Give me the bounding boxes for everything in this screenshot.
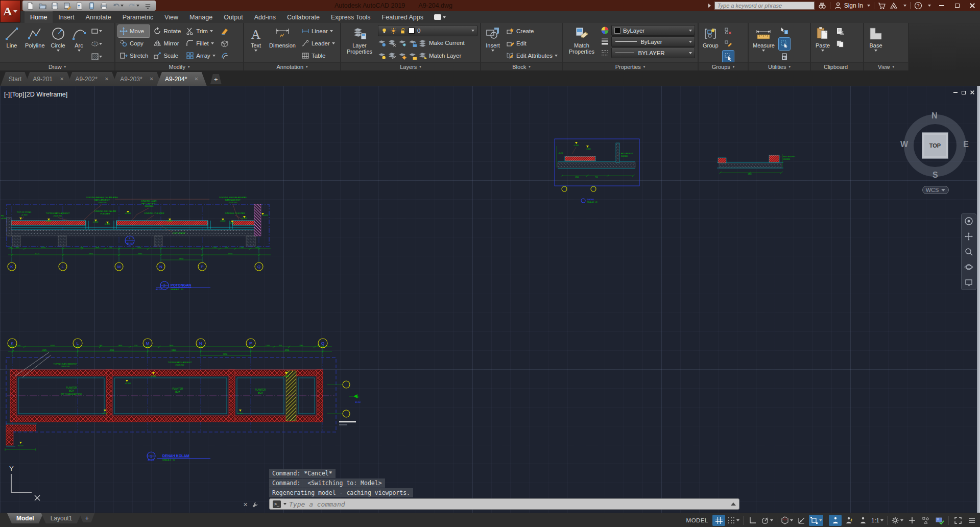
isometric-drafting-toggle[interactable] (780, 515, 794, 526)
insert-button[interactable]: Insert (484, 25, 502, 53)
viewcube-top-face[interactable]: TOP (922, 132, 948, 159)
ortho-toggle[interactable] (746, 515, 759, 526)
sign-in-button[interactable]: Sign In (834, 2, 870, 10)
annotation-monitor-plus-button[interactable] (905, 515, 918, 526)
file-tab-a9-202[interactable]: A9-202*✕ (67, 72, 117, 86)
autodesk-logo-icon[interactable] (890, 2, 898, 10)
qat-redo-button[interactable] (128, 2, 139, 10)
command-line[interactable]: >_ (269, 498, 739, 510)
pan-icon[interactable] (964, 232, 973, 241)
file-tab-a9-203[interactable]: A9-203*✕ (112, 72, 162, 86)
close-icon[interactable]: ✕ (60, 76, 64, 82)
clean-screen-button[interactable] (951, 515, 964, 526)
make-current-icon[interactable] (419, 39, 427, 47)
chevron-down-icon[interactable] (770, 519, 773, 521)
command-customize-wrench-icon[interactable] (252, 501, 258, 508)
viewcube[interactable]: N S W E TOP (902, 112, 968, 179)
chevron-down-icon[interactable] (790, 519, 793, 521)
cut-button[interactable] (834, 25, 846, 37)
linetype-select[interactable]: BYLAYER (611, 47, 695, 58)
viewport-menu-control[interactable]: [-] (4, 91, 10, 98)
circle-button[interactable]: Circle (49, 25, 67, 53)
hardware-acceleration-button[interactable] (933, 515, 946, 526)
drawing-canvas[interactable]: [-] [Top] [2D Wireframe] (0, 86, 980, 513)
viewcube-west[interactable]: W (900, 140, 908, 149)
layer-match-icon[interactable] (388, 52, 397, 60)
close-icon[interactable]: ✕ (194, 76, 198, 82)
model-space-label[interactable]: MODEL (686, 517, 708, 523)
stretch-button[interactable]: Stretch (118, 50, 150, 62)
erase-button[interactable] (219, 25, 230, 37)
leader-button[interactable]: Leader (300, 37, 337, 50)
panel-label-draw[interactable]: Draw (0, 62, 114, 70)
viewport-maximize-icon[interactable] (962, 91, 966, 94)
explode-button[interactable] (219, 37, 230, 50)
chevron-down-icon[interactable] (900, 519, 903, 521)
create-block-button[interactable]: Create (505, 25, 559, 37)
tab-insert[interactable]: Insert (53, 11, 80, 23)
viewcube-east[interactable]: E (963, 140, 969, 149)
panel-label-view[interactable]: View (864, 62, 908, 70)
file-tab-start[interactable]: Start (1, 72, 30, 86)
chevron-down-icon[interactable] (903, 5, 906, 7)
layer-select[interactable]: 0 (378, 25, 477, 36)
command-history-up-icon[interactable] (731, 502, 736, 506)
layer-unlock-all-icon[interactable] (409, 52, 417, 60)
panel-label-layers[interactable]: Layers (341, 62, 480, 70)
paste-button[interactable]: Paste (814, 25, 832, 53)
annotation-scale-icon[interactable] (856, 515, 869, 526)
layout1-tab[interactable]: Layout1 (41, 513, 82, 523)
text-button[interactable]: A Text (247, 25, 265, 53)
model-tab[interactable]: Model (7, 513, 43, 523)
annotation-autoscale-toggle[interactable] (843, 515, 855, 526)
tab-parametric[interactable]: Parametric (117, 11, 159, 23)
make-current-button[interactable]: Make Current (429, 40, 465, 46)
grid-toggle[interactable] (712, 515, 725, 526)
polar-tracking-toggle[interactable] (760, 515, 774, 526)
linear-dimension-button[interactable]: Linear (300, 25, 337, 37)
group-edit-button[interactable] (723, 38, 734, 50)
full-navigation-wheel-icon[interactable] (964, 217, 973, 226)
line-button[interactable]: Line (3, 25, 21, 50)
qat-customize-button[interactable] (144, 2, 152, 10)
command-input[interactable] (289, 500, 728, 508)
new-drawing-tab-button[interactable]: + (210, 74, 222, 84)
base-button[interactable]: Base (867, 25, 885, 53)
close-icon[interactable]: ✕ (150, 76, 154, 82)
layer-thaw-all-icon[interactable] (398, 52, 407, 60)
search-expand-icon[interactable] (708, 4, 711, 8)
layer-properties-button[interactable]: Layer Properties (344, 25, 375, 56)
edit-block-button[interactable]: Edit (505, 37, 559, 50)
scale-button[interactable]: Scale (152, 50, 182, 62)
copy-clip-button[interactable] (834, 38, 846, 50)
new-layout-button[interactable]: + (79, 513, 94, 522)
chevron-down-icon[interactable] (928, 5, 931, 7)
tab-express-tools[interactable]: Express Tools (325, 11, 376, 23)
mirror-button[interactable]: Mirror (152, 37, 182, 50)
lineweight-select[interactable]: ByLayer (611, 36, 695, 47)
tab-add-ins[interactable]: Add-ins (249, 11, 281, 23)
panel-label-clipboard[interactable]: Clipboard (811, 62, 863, 70)
qat-save-as-button[interactable] (63, 2, 71, 10)
match-properties-button[interactable]: Match Properties (565, 25, 598, 56)
close-button[interactable] (965, 0, 980, 11)
panel-label-modify[interactable]: Modify (115, 62, 243, 70)
id-point-button[interactable] (779, 38, 790, 50)
tab-home[interactable]: Home (25, 11, 53, 23)
table-button[interactable]: Table (300, 50, 337, 62)
viewcube-south[interactable]: S (933, 171, 938, 180)
qat-save-button[interactable] (51, 2, 59, 10)
quick-calculator-button[interactable] (779, 51, 790, 63)
object-snap-tracking-toggle[interactable] (795, 515, 808, 526)
panel-label-block[interactable]: Block (481, 62, 562, 70)
measure-button[interactable]: Measure (751, 25, 776, 53)
chevron-down-icon[interactable] (121, 5, 124, 7)
hatch-button[interactable] (91, 51, 102, 63)
panel-label-groups[interactable]: Groups (699, 62, 748, 70)
tab-manage[interactable]: Manage (184, 11, 218, 23)
annotation-scale-button[interactable]: 1:1 (870, 515, 885, 526)
viewport-close-icon[interactable] (970, 90, 974, 94)
chevron-down-icon[interactable] (819, 519, 822, 521)
dimension-button[interactable]: Dimension (268, 25, 297, 50)
ellipse-button[interactable] (91, 38, 102, 50)
